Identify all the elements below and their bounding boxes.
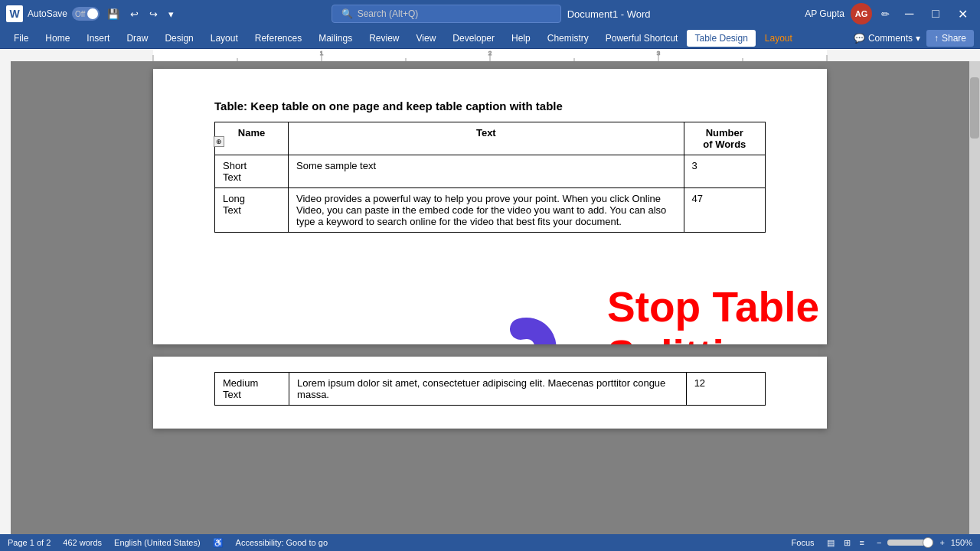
toggle-knob bbox=[87, 8, 98, 19]
share-icon: ↑ bbox=[934, 33, 939, 44]
share-button[interactable]: ↑ Share bbox=[926, 30, 974, 47]
pen-button[interactable]: ✏ bbox=[878, 7, 893, 21]
menu-insert[interactable]: Insert bbox=[79, 30, 117, 47]
accessibility-text: Accessibility: Good to go bbox=[236, 538, 328, 547]
view-buttons: ▤ ⊞ ≡ bbox=[824, 537, 867, 549]
menu-references[interactable]: References bbox=[247, 30, 309, 47]
close-button[interactable]: ✕ bbox=[952, 7, 974, 21]
svg-rect-14 bbox=[0, 61, 11, 534]
document-table-page2: MediumText Lorem ipsum dolor sit amet, c… bbox=[214, 372, 766, 406]
table-row: MediumText Lorem ipsum dolor sit amet, c… bbox=[215, 373, 766, 406]
customize-button[interactable]: ▾ bbox=[165, 7, 177, 21]
comments-button[interactable]: 💬 Comments ▾ bbox=[854, 33, 920, 44]
scrollbar-thumb[interactable] bbox=[970, 77, 979, 139]
cell-text-p2: Lorem ipsum dolor sit amet, consectetuer… bbox=[289, 373, 687, 406]
page-2: MediumText Lorem ipsum dolor sit amet, c… bbox=[153, 357, 827, 429]
cell-name-1: ShortText bbox=[215, 155, 289, 188]
menu-developer[interactable]: Developer bbox=[445, 30, 502, 47]
titlebar: W AutoSave Off 💾 ↩ ↪ ▾ 🔍 Search (Alt+Q) … bbox=[0, 0, 980, 28]
focus-button[interactable]: Focus bbox=[789, 537, 818, 548]
web-layout-button[interactable]: ⊞ bbox=[841, 537, 854, 549]
outline-button[interactable]: ≡ bbox=[857, 537, 867, 549]
menu-home[interactable]: Home bbox=[38, 30, 77, 47]
page-1: ⊕ Table: Keep table on one page and keep… bbox=[153, 69, 827, 344]
titlebar-center: 🔍 Search (Alt+Q) Document1 - Word bbox=[177, 5, 805, 23]
left-ruler-svg bbox=[0, 61, 11, 534]
scroll-area[interactable]: ⊕ Table: Keep table on one page and keep… bbox=[11, 61, 969, 534]
left-ruler bbox=[0, 61, 11, 534]
menu-layout[interactable]: Layout bbox=[203, 30, 246, 47]
doc-title: Document1 - Word bbox=[567, 8, 651, 20]
table-move-handle[interactable]: ⊕ bbox=[214, 136, 224, 147]
menu-help[interactable]: Help bbox=[504, 30, 538, 47]
scrollbar-area bbox=[969, 61, 980, 534]
print-layout-button[interactable]: ▤ bbox=[824, 537, 838, 549]
svg-text:2: 2 bbox=[488, 50, 492, 57]
table-row: ShortText Some sample text 3 bbox=[215, 155, 766, 188]
statusbar-right: Focus ▤ ⊞ ≡ − + 150% bbox=[789, 537, 972, 549]
user-name: AP Gupta bbox=[805, 8, 844, 19]
menu-mailings[interactable]: Mailings bbox=[311, 30, 360, 47]
cell-num-2: 47 bbox=[684, 188, 765, 233]
menu-review[interactable]: Review bbox=[361, 30, 407, 47]
search-icon: 🔍 bbox=[341, 8, 353, 19]
menubar: File Home Insert Draw Design Layout Refe… bbox=[0, 28, 980, 49]
cell-name-p2: MediumText bbox=[215, 373, 289, 406]
menu-powerful-shortcut[interactable]: Powerful Shortcut bbox=[598, 30, 686, 47]
svg-text:1: 1 bbox=[320, 50, 324, 57]
annotation-line2: Splitting bbox=[607, 331, 819, 344]
menu-draw[interactable]: Draw bbox=[119, 30, 155, 47]
page-separator bbox=[11, 344, 969, 357]
minimize-button[interactable]: ─ bbox=[899, 7, 920, 21]
user-avatar[interactable]: AG bbox=[851, 3, 872, 24]
header-text: Text bbox=[289, 122, 684, 155]
titlebar-left: W AutoSave Off 💾 ↩ ↪ ▾ bbox=[6, 5, 177, 22]
autosave-toggle[interactable]: Off bbox=[72, 7, 100, 21]
menu-view[interactable]: View bbox=[409, 30, 444, 47]
doc-area: ⊕ Table: Keep table on one page and keep… bbox=[0, 61, 980, 534]
cell-name-2: LongText bbox=[215, 188, 289, 233]
menu-design[interactable]: Design bbox=[157, 30, 201, 47]
menu-file[interactable]: File bbox=[6, 30, 36, 47]
menu-table-design[interactable]: Table Design bbox=[687, 30, 755, 47]
annotation-line1: Stop Table bbox=[607, 283, 819, 331]
zoom-controls: − + 150% bbox=[874, 537, 972, 548]
maximize-button[interactable]: □ bbox=[926, 7, 946, 21]
ruler: 1 2 3 bbox=[0, 49, 980, 61]
word-count: 462 words bbox=[63, 538, 102, 547]
accessibility-icon: ♿ bbox=[213, 538, 224, 548]
toggle-off-text: Off bbox=[75, 10, 85, 18]
zoom-out-button[interactable]: − bbox=[874, 537, 884, 548]
annotation-text: Stop Table Splitting bbox=[607, 283, 819, 344]
table-header-row: Name Text Numberof Words bbox=[215, 122, 766, 155]
page-info: Page 1 of 2 bbox=[8, 538, 51, 547]
cell-num-1: 3 bbox=[684, 155, 765, 188]
svg-text:3: 3 bbox=[657, 50, 661, 57]
save-button[interactable]: 💾 bbox=[104, 7, 122, 21]
search-bar[interactable]: 🔍 Search (Alt+Q) bbox=[332, 5, 561, 23]
zoom-in-button[interactable]: + bbox=[936, 537, 947, 548]
statusbar: Page 1 of 2 462 words English (United St… bbox=[0, 534, 980, 551]
zoom-level: 150% bbox=[951, 538, 972, 547]
titlebar-right: AP Gupta AG ✏ ─ □ ✕ bbox=[805, 3, 974, 24]
autosave-label: AutoSave bbox=[28, 8, 67, 19]
page-caption: Table: Keep table on one page and keep t… bbox=[214, 99, 766, 112]
table-row: LongText Video provides a powerful way t… bbox=[215, 188, 766, 233]
cell-num-p2: 12 bbox=[686, 373, 765, 406]
undo-button[interactable]: ↩ bbox=[127, 7, 142, 21]
redo-button[interactable]: ↪ bbox=[146, 7, 161, 21]
menu-chemistry[interactable]: Chemistry bbox=[540, 30, 596, 47]
annotation-arrow bbox=[306, 314, 612, 344]
menu-layout-table[interactable]: Layout bbox=[757, 30, 800, 47]
cell-text-1: Some sample text bbox=[289, 155, 684, 188]
annotation-overlay: Stop Table Splitting bbox=[153, 268, 827, 344]
header-number: Numberof Words bbox=[684, 122, 765, 155]
header-name: Name bbox=[215, 122, 289, 155]
comments-icon: 💬 bbox=[854, 33, 865, 44]
ruler-svg: 1 2 3 bbox=[0, 49, 980, 61]
language: English (United States) bbox=[114, 538, 201, 547]
zoom-slider[interactable] bbox=[887, 540, 933, 546]
search-placeholder: Search (Alt+Q) bbox=[358, 8, 419, 19]
document-table: Name Text Numberof Words ShortText Some … bbox=[214, 122, 766, 233]
word-icon: W bbox=[6, 5, 23, 22]
